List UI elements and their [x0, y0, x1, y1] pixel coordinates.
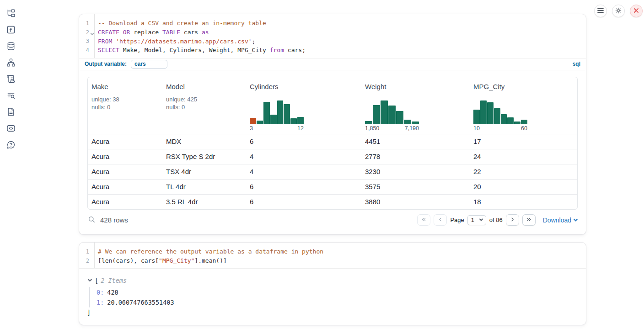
column-histogram[interactable]	[250, 100, 304, 124]
sidebar-item-file-explorer[interactable]	[5, 9, 16, 19]
fold-chevron-icon[interactable]	[90, 31, 94, 37]
page-total-label: of 86	[489, 217, 503, 223]
tree-root-line: [ 2 Items	[87, 276, 578, 285]
close-app-button[interactable]	[630, 5, 643, 17]
code-line-text: CREATE OR replace TABLE cars as	[94, 29, 209, 36]
page-number-value: 1	[471, 217, 474, 223]
line-number: 2	[79, 258, 94, 264]
table-cell: 6	[246, 137, 361, 145]
tree-children: 0:4281:20.060747663551403	[89, 287, 578, 307]
notebook-menu-button[interactable]	[594, 5, 607, 17]
table-cell: 6	[246, 198, 361, 206]
python-code-editor[interactable]: 1# We can reference the output variable …	[79, 243, 586, 268]
language-badge: sql	[573, 61, 580, 67]
last-page-button[interactable]	[522, 214, 536, 226]
code-line-text: [len(cars), cars["MPG_City"].mean()]	[94, 257, 227, 264]
histogram-bar	[412, 122, 419, 124]
histogram-bar	[297, 117, 304, 124]
chevrons-left-icon	[421, 217, 427, 224]
column-histogram[interactable]	[365, 100, 419, 124]
first-page-button[interactable]	[417, 214, 430, 226]
histogram-bar	[381, 100, 388, 124]
code-line: 1-- Download a CSV and create an in-memo…	[79, 19, 586, 28]
settings-button[interactable]	[612, 5, 625, 17]
column-name[interactable]: Cylinders	[250, 83, 279, 90]
column-stats: unique: 425nulls: 0	[166, 96, 197, 111]
sidebar-item-help[interactable]	[5, 141, 16, 150]
code-line: 2[len(cars), cars["MPG_City"].mean()]	[79, 256, 586, 265]
python-output-tree: [ 2 Items 0:4281:20.060747663551403 ]	[79, 268, 586, 317]
tree-entry: 0:428	[97, 287, 578, 297]
column-header-mpg_city: MPG_City1060	[470, 77, 577, 134]
sidebar-item-logs[interactable]	[5, 75, 16, 85]
histogram-bar	[373, 105, 380, 124]
table-cell: TSX 4dr	[162, 168, 246, 175]
chevron-down-icon	[573, 217, 578, 224]
histogram-bar	[473, 110, 480, 124]
table-cell: 22	[470, 168, 577, 175]
sql-code-editor[interactable]: 1-- Download a CSV and create an in-memo…	[79, 14, 586, 58]
next-page-button[interactable]	[506, 214, 519, 226]
column-name[interactable]: Model	[166, 83, 185, 90]
line-number: 1	[79, 20, 94, 26]
histogram-bar	[396, 111, 403, 124]
table-row[interactable]: AcuraTL 4dr6357520	[88, 179, 577, 194]
sidebar-item-documentation[interactable]	[5, 108, 16, 117]
table-body: AcuraMDX6445117AcuraRSX Type S 2dr427782…	[88, 134, 577, 209]
chevron-down-icon	[87, 277, 92, 284]
sidebar-item-variables[interactable]	[5, 26, 16, 35]
table-cell: 3880	[361, 198, 470, 206]
table-search-button[interactable]	[87, 216, 96, 225]
download-button[interactable]: Download	[543, 217, 578, 224]
code-line-text: FROM 'https://datasets.marimo.app/cars.c…	[94, 38, 255, 45]
sidebar-item-datasources[interactable]	[5, 42, 16, 52]
table-footer: 428 rows Page 1	[79, 210, 586, 231]
search-icon	[88, 216, 96, 225]
tree-collapse-button[interactable]	[87, 278, 92, 283]
tree-entry-value: 428	[107, 289, 118, 296]
table-cell: 3230	[361, 168, 470, 175]
page-label: Page	[450, 217, 464, 223]
column-name[interactable]: Weight	[365, 83, 386, 90]
column-header-cylinders: Cylinders312	[246, 77, 361, 134]
column-histogram[interactable]	[473, 100, 527, 124]
hamburger-menu-icon	[597, 8, 604, 15]
histogram-bar	[270, 115, 277, 124]
page-number-select[interactable]: 1	[467, 215, 486, 225]
table-cell: 20	[470, 183, 577, 190]
line-number: 2	[79, 29, 94, 36]
list-search-icon	[6, 91, 16, 101]
scroll-icon	[6, 74, 16, 85]
sidebar-item-dependency-graph[interactable]	[5, 58, 16, 68]
table-row[interactable]: AcuraRSX Type S 2dr4277824	[88, 149, 577, 164]
code-line: 3FROM 'https://datasets.marimo.app/cars.…	[79, 37, 586, 46]
table-cell: MDX	[162, 137, 246, 145]
table-cell: Acura	[88, 153, 162, 160]
code-line: 2CREATE OR replace TABLE cars as	[79, 28, 586, 37]
function-icon	[6, 25, 16, 36]
table-row[interactable]: Acura3.5 RL 4dr6388018	[88, 194, 577, 209]
tree-entry-key: 0:	[97, 289, 104, 296]
table-cell: 6	[246, 183, 361, 190]
histogram-bar	[501, 114, 507, 124]
file-tree-icon	[6, 9, 16, 19]
column-name[interactable]: MPG_City	[473, 83, 504, 90]
marimo-notebook-page: 1-- Download a CSV and create an in-memo…	[0, 0, 644, 333]
previous-page-button[interactable]	[434, 214, 447, 226]
sidebar-item-outline-search[interactable]	[5, 91, 16, 101]
table-row[interactable]: AcuraMDX6445117	[88, 134, 577, 149]
histogram-bar	[480, 100, 487, 124]
tree-items-count: 2 Items	[101, 277, 127, 284]
histogram-range-labels: 312	[250, 125, 304, 132]
column-name[interactable]: Make	[91, 83, 108, 90]
code-line-text: -- Download a CSV and create an in-memor…	[94, 20, 266, 26]
histogram-bar	[290, 118, 297, 124]
histogram-bar	[388, 106, 396, 124]
sidebar-item-snippets[interactable]	[5, 124, 16, 134]
output-variable-input[interactable]	[131, 60, 167, 69]
table-cell: 3575	[361, 183, 470, 190]
code-line-text: SELECT Make, Model, Cylinders, Weight, M…	[94, 47, 306, 53]
histogram-bar	[494, 108, 500, 124]
download-label: Download	[543, 217, 571, 224]
table-row[interactable]: AcuraTSX 4dr4323022	[88, 164, 577, 179]
